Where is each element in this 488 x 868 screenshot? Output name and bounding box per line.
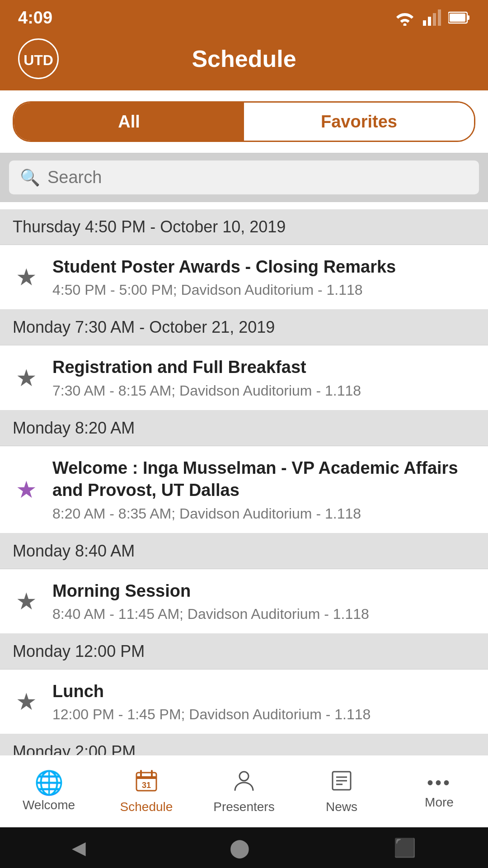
item-detail: 4:50 PM - 5:00 PM; Davidson Auditorium -… <box>52 282 475 298</box>
svg-rect-3 <box>433 13 436 26</box>
search-icon: 🔍 <box>20 168 40 187</box>
signal-icon <box>423 9 441 26</box>
home-button[interactable]: ⬤ <box>230 837 250 858</box>
item-detail: 7:30 AM - 8:15 AM; Davidson Auditorium -… <box>52 382 475 399</box>
item-title: Registration and Full Breakfast <box>52 356 475 378</box>
item-content: Welcome : Inga Musselman - VP Academic A… <box>52 457 475 522</box>
nav-label-more: More <box>425 795 454 810</box>
section-header-3: Monday 8:20 AM <box>0 410 488 446</box>
svg-point-0 <box>404 24 407 26</box>
search-container: 🔍 <box>0 153 488 202</box>
dots-icon: ••• <box>427 774 451 792</box>
svg-rect-2 <box>428 17 431 26</box>
item-title: Welcome : Inga Musselman - VP Academic A… <box>52 457 475 502</box>
item-detail: 8:40 AM - 11:45 AM; Davidson Auditorium … <box>52 606 475 623</box>
schedule-list: Thursday 4:50 PM - October 10, 2019 ★ St… <box>0 209 488 812</box>
svg-rect-1 <box>423 20 426 26</box>
person-icon <box>232 769 256 796</box>
status-time: 4:09 <box>18 8 52 28</box>
search-wrap: 🔍 <box>9 160 479 194</box>
item-title: Lunch <box>52 680 475 703</box>
calendar-icon: 31 <box>135 769 158 796</box>
nav-label-welcome: Welcome <box>23 798 75 812</box>
recents-button[interactable]: ⬛ <box>394 837 416 859</box>
newspaper-icon <box>330 769 353 796</box>
tab-favorites[interactable]: Favorites <box>244 103 474 141</box>
item-title: Morning Session <box>52 580 475 602</box>
star-icon[interactable]: ★ <box>13 590 40 613</box>
item-detail: 8:20 AM - 8:35 AM; Davidson Auditorium -… <box>52 505 475 522</box>
nav-item-welcome[interactable]: 🌐 Welcome <box>0 755 98 827</box>
android-nav-bar: ◀ ⬤ ⬛ <box>0 827 488 868</box>
svg-text:31: 31 <box>142 781 151 790</box>
nav-item-more[interactable]: ••• More <box>390 755 488 827</box>
tab-all[interactable]: All <box>14 103 244 141</box>
status-bar: 4:09 <box>0 0 488 32</box>
nav-item-presenters[interactable]: Presenters <box>195 755 293 827</box>
app-header: UTD Schedule <box>0 32 488 90</box>
page-title: Schedule <box>192 45 296 72</box>
wifi-icon <box>394 9 416 26</box>
status-icons <box>394 9 470 26</box>
nav-item-news[interactable]: News <box>293 755 390 827</box>
list-item[interactable]: ★ Lunch 12:00 PM - 1:45 PM; Davidson Aud… <box>0 670 488 734</box>
section-header-2: Monday 7:30 AM - October 21, 2019 <box>0 310 488 345</box>
star-icon[interactable]: ★ <box>13 265 40 289</box>
list-item[interactable]: ★ Student Poster Awards - Closing Remark… <box>0 245 488 310</box>
nav-label-news: News <box>326 800 357 814</box>
item-content: Registration and Full Breakfast 7:30 AM … <box>52 356 475 399</box>
list-item[interactable]: ★ Morning Session 8:40 AM - 11:45 AM; Da… <box>0 569 488 634</box>
item-title: Student Poster Awards - Closing Remarks <box>52 256 475 278</box>
nav-item-schedule[interactable]: 31 Schedule <box>98 755 195 827</box>
section-header-1: Thursday 4:50 PM - October 10, 2019 <box>0 209 488 245</box>
item-detail: 12:00 PM - 1:45 PM; Davidson Auditorium … <box>52 706 475 723</box>
svg-rect-10 <box>136 776 156 779</box>
list-item[interactable]: ★ Welcome : Inga Musselman - VP Academic… <box>0 446 488 533</box>
tab-group: All Favorites <box>13 101 475 142</box>
item-content: Morning Session 8:40 AM - 11:45 AM; Davi… <box>52 580 475 623</box>
star-icon[interactable]: ★ <box>13 690 40 713</box>
search-input[interactable] <box>47 168 468 187</box>
star-icon-favorited[interactable]: ★ <box>13 478 40 501</box>
bottom-nav: 🌐 Welcome 31 Schedule Presenters <box>0 755 488 827</box>
section-header-5: Monday 12:00 PM <box>0 634 488 670</box>
star-icon[interactable]: ★ <box>13 366 40 390</box>
item-content: Lunch 12:00 PM - 1:45 PM; Davidson Audit… <box>52 680 475 723</box>
svg-rect-7 <box>450 14 465 22</box>
nav-label-schedule: Schedule <box>120 800 173 814</box>
svg-text:UTD: UTD <box>24 52 53 68</box>
item-content: Student Poster Awards - Closing Remarks … <box>52 256 475 298</box>
svg-rect-4 <box>438 9 441 26</box>
globe-icon: 🌐 <box>34 771 64 794</box>
app-logo: UTD <box>18 38 59 79</box>
svg-rect-6 <box>467 15 469 20</box>
svg-point-14 <box>239 772 249 781</box>
back-button[interactable]: ◀ <box>72 837 86 858</box>
nav-label-presenters: Presenters <box>213 800 274 814</box>
list-item[interactable]: ★ Registration and Full Breakfast 7:30 A… <box>0 345 488 410</box>
utd-logo-icon: UTD <box>24 44 53 73</box>
section-header-4: Monday 8:40 AM <box>0 533 488 569</box>
battery-icon <box>448 11 470 24</box>
